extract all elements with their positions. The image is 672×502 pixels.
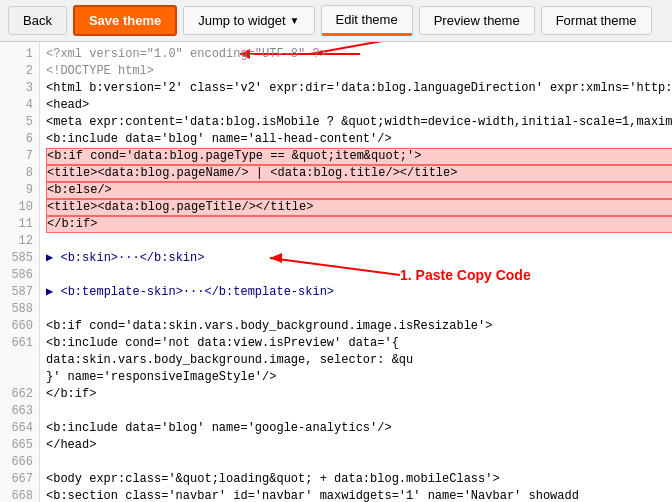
- line-number: 5: [0, 114, 39, 131]
- code-line: <b:section class='navbar' id='navbar' ma…: [46, 488, 672, 502]
- line-number: 665: [0, 437, 39, 454]
- code-line: <body expr:class='&quot;loading&quot; + …: [46, 471, 672, 488]
- line-numbers: 1234567891011125855865875886606616626636…: [0, 42, 40, 502]
- code-editor: 1234567891011125855865875886606616626636…: [0, 42, 672, 502]
- code-line: ▶ <b:skin>···</b:skin>: [46, 250, 672, 267]
- line-number: 660: [0, 318, 39, 335]
- code-line: [46, 267, 672, 284]
- line-number: 8: [0, 165, 39, 182]
- jump-to-widget-button[interactable]: Jump to widget ▼: [183, 6, 314, 35]
- code-line: <b:include cond='not data:view.isPreview…: [46, 335, 672, 352]
- line-number: 4: [0, 97, 39, 114]
- chevron-down-icon: ▼: [290, 15, 300, 26]
- code-line: <b:if cond='data:skin.vars.body_backgrou…: [46, 318, 672, 335]
- code-line: [46, 233, 672, 250]
- line-number: 6: [0, 131, 39, 148]
- code-line: <title><data:blog.pageTitle/></title>: [46, 199, 672, 216]
- toolbar: Back Save theme Jump to widget ▼ Edit th…: [0, 0, 672, 42]
- line-number: 9: [0, 182, 39, 199]
- code-line: <b:if cond='data:blog.pageType == &quot;…: [46, 148, 672, 165]
- line-number: 666: [0, 454, 39, 471]
- code-content[interactable]: 2. Save1. Paste Copy Code <?xml version=…: [40, 42, 672, 502]
- line-number: 12: [0, 233, 39, 250]
- line-number: [0, 369, 39, 386]
- code-line: }' name='responsiveImageStyle'/>: [46, 369, 672, 386]
- save-theme-button[interactable]: Save theme: [73, 5, 177, 36]
- code-line: <b:include data='blog' name='all-head-co…: [46, 131, 672, 148]
- code-line: <html b:version='2' class='v2' expr:dir=…: [46, 80, 672, 97]
- line-number: 3: [0, 80, 39, 97]
- code-line: <title><data:blog.pageName/> | <data:blo…: [46, 165, 672, 182]
- line-number: 663: [0, 403, 39, 420]
- line-number: 585: [0, 250, 39, 267]
- line-number: 662: [0, 386, 39, 403]
- code-line: </head>: [46, 437, 672, 454]
- code-line: <?xml version="1.0" encoding="UTF-8" ?>: [46, 46, 672, 63]
- line-number: 588: [0, 301, 39, 318]
- code-line: [46, 403, 672, 420]
- edit-theme-button[interactable]: Edit theme: [321, 5, 413, 36]
- code-line: </b:if>: [46, 216, 672, 233]
- line-number: 1: [0, 46, 39, 63]
- code-line: [46, 454, 672, 471]
- line-number: 668: [0, 488, 39, 502]
- format-theme-button[interactable]: Format theme: [541, 6, 652, 35]
- code-line: data:skin.vars.body_background.image, se…: [46, 352, 672, 369]
- line-number: 587: [0, 284, 39, 301]
- code-line: <head>: [46, 97, 672, 114]
- code-line: <b:include data='blog' name='google-anal…: [46, 420, 672, 437]
- preview-theme-button[interactable]: Preview theme: [419, 6, 535, 35]
- code-line: [46, 301, 672, 318]
- code-line: <!DOCTYPE html>: [46, 63, 672, 80]
- code-line: ▶ <b:template-skin>···</b:template-skin>: [46, 284, 672, 301]
- line-number: 586: [0, 267, 39, 284]
- code-line: <meta expr:content='data:blog.isMobile ?…: [46, 114, 672, 131]
- line-number: 2: [0, 63, 39, 80]
- svg-text:2. Save: 2. Save: [415, 42, 463, 44]
- line-number: 661: [0, 335, 39, 352]
- code-line: </b:if>: [46, 386, 672, 403]
- line-number: [0, 352, 39, 369]
- code-line: <b:else/>: [46, 182, 672, 199]
- line-number: 7: [0, 148, 39, 165]
- line-number: 11: [0, 216, 39, 233]
- line-number: 10: [0, 199, 39, 216]
- line-number: 667: [0, 471, 39, 488]
- line-number: 664: [0, 420, 39, 437]
- back-button[interactable]: Back: [8, 6, 67, 35]
